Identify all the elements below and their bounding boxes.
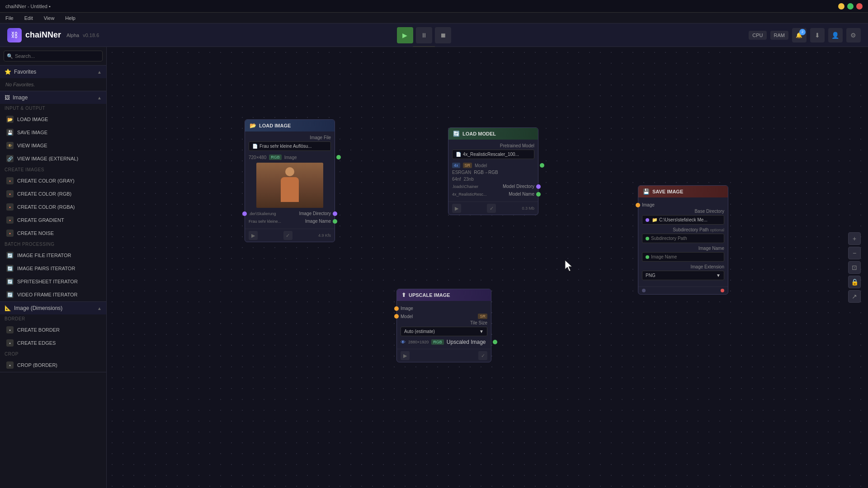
image-name-input[interactable]	[651, 254, 721, 259]
image-file-field: Image File 📄 Frau sehr kleine Auflösu...	[249, 135, 331, 151]
image-section-header[interactable]: 🖼 Image ▲	[0, 91, 106, 104]
sidebar-item-load-image[interactable]: 📂 LOAD IMAGE	[2, 113, 104, 126]
sidebar-item-spritesheet-iterator[interactable]: 🔄 SPRITESHEET ITERATOR	[2, 275, 104, 288]
dropdown-chevron: ▼	[479, 329, 484, 334]
arch-row: ESRGAN RGB→RGB	[452, 169, 534, 176]
canvas-area[interactable]: 📂 LOAD IMAGE Image File 📄 Frau sehr klei…	[107, 47, 868, 488]
sidebar-item-create-gradient[interactable]: ▪ CREATE GRADIENT	[2, 214, 104, 226]
tile-size-label: Tile Size	[401, 320, 487, 325]
sidebar-item-create-color-gray[interactable]: ▪ CREATE COLOR (GRAY)	[2, 174, 104, 187]
save-footer-port-left	[642, 289, 646, 292]
run-stop-button[interactable]: ⏹	[435, 27, 451, 43]
video-frame-iterator-icon: 🔄	[6, 291, 14, 298]
image-dimensions-collapse: ▲	[97, 306, 102, 311]
sidebar-item-create-color-rgb[interactable]: ▪ CREATE COLOR (RGB)	[2, 188, 104, 200]
base-dir-label: Base Directory	[642, 209, 724, 214]
search-input[interactable]	[4, 51, 103, 61]
save-input-label: Image	[642, 202, 655, 207]
person-image	[256, 163, 323, 208]
window-title: chaiNNer - Untitled •	[5, 4, 51, 9]
image-file-text: Frau sehr kleine Auflösu...	[259, 144, 312, 149]
base-dir-value[interactable]: 📁 C:\Users\stefa\eck Me...	[642, 215, 724, 225]
sidebar-item-image-file-iterator[interactable]: 🔄 IMAGE FILE ITERATOR	[2, 249, 104, 262]
model-name-row: 4x_RealisticResc... Model Name	[452, 190, 534, 198]
sidebar-item-video-frame-iterator[interactable]: 🔄 VIDEO FRAME ITERATOR	[2, 288, 104, 301]
notifications-button[interactable]: 🔔 2	[792, 28, 807, 42]
sidebar-item-create-border[interactable]: ▪ CREATE BORDER	[2, 324, 104, 336]
sidebar-item-image-pairs-iterator[interactable]: 🔄 IMAGE PAIRS ITERATOR	[2, 262, 104, 275]
tile-size-dropdown[interactable]: Auto (estimate) ▼	[401, 327, 487, 336]
image-output-label: Image	[284, 155, 297, 160]
save-node-body: Image Base Directory 📁 C:\Users\stefa\ec…	[638, 197, 728, 286]
create-color-rgba-label: CREATE COLOR (RGBA)	[17, 204, 75, 210]
directory-label: Image Directory	[299, 211, 331, 216]
create-noise-icon: ▪	[6, 230, 14, 237]
video-frame-iterator-label: VIDEO FRAME ITERATOR	[17, 292, 77, 297]
sidebar-item-create-edges[interactable]: ▪ CREATE EDGES	[2, 337, 104, 349]
zoom-out-button[interactable]: −	[848, 247, 861, 259]
model-play-btn[interactable]: ▶	[452, 204, 461, 213]
check-footer-btn[interactable]: ✓	[283, 231, 292, 240]
eye-icon[interactable]: 👁	[401, 339, 406, 345]
main-layout: 🔍 ⭐ Favorites ▲ No Favorites. 🖼 Image	[0, 47, 868, 488]
image-info-row: 720×480 RGB Image	[249, 154, 331, 161]
load-image-node-title: LOAD IMAGE	[259, 123, 291, 128]
account-button[interactable]: 👤	[828, 28, 843, 42]
export-button[interactable]: ↗	[848, 290, 861, 303]
view-image-icon: 👁	[6, 142, 14, 149]
sidebar-item-crop-border[interactable]: ▪ CROP (BORDER)	[2, 359, 104, 371]
load-image-node-body: Image File 📄 Frau sehr kleine Auflösu...…	[245, 131, 335, 229]
menu-file[interactable]: File	[4, 14, 15, 22]
create-noise-label: CREATE NOISE	[17, 230, 54, 236]
download-button[interactable]: ⬇	[810, 28, 825, 42]
favorites-header[interactable]: ⭐ Favorites ▲	[0, 66, 106, 78]
extension-dropdown[interactable]: PNG ▼	[642, 271, 724, 280]
model-check-btn[interactable]: ✓	[487, 204, 496, 213]
subdir-optional: optional	[710, 228, 724, 232]
pretrained-value[interactable]: 📄 4x_RealisticRescaler_100...	[452, 150, 534, 159]
minimize-button[interactable]	[838, 3, 844, 9]
subdir-input[interactable]	[651, 236, 721, 241]
image-dimensions-label: Image (Dimensions)	[14, 305, 62, 311]
run-pause-button[interactable]: ⏸	[416, 27, 432, 43]
load-model-node-body: Pretrained Model 📄 4x_RealisticRescaler_…	[448, 140, 538, 202]
close-button[interactable]	[856, 3, 863, 9]
lock-button[interactable]: 🔒	[848, 276, 861, 288]
upscale-check-btn[interactable]: ✓	[478, 351, 487, 360]
crop-border-icon: ▪	[6, 361, 14, 369]
sidebar-item-save-image[interactable]: 💾 SAVE IMAGE	[2, 126, 104, 139]
upscale-image-input: Image	[401, 305, 487, 312]
model-dir-port	[536, 184, 541, 189]
create-border-label: CREATE BORDER	[17, 327, 60, 333]
fit-button[interactable]: ⊡	[848, 261, 861, 274]
sidebar-item-create-noise[interactable]: ▪ CREATE NOISE	[2, 227, 104, 239]
sidebar-item-view-image[interactable]: 👁 VIEW IMAGE	[2, 139, 104, 152]
params-row: 64nf 23nb	[452, 176, 534, 183]
image-name-field-value	[642, 252, 724, 262]
menu-view[interactable]: View	[42, 14, 57, 22]
zoom-in-button[interactable]: +	[848, 232, 861, 245]
no-favorites-message: No Favorites.	[0, 78, 106, 91]
menu-help[interactable]: Help	[63, 14, 77, 22]
image-dimensions-header[interactable]: 📐 Image (Dimensions) ▲	[0, 302, 106, 314]
search-area: 🔍	[0, 47, 106, 66]
sidebar-item-create-color-rgba[interactable]: ▪ CREATE COLOR (RGBA)	[2, 201, 104, 213]
pretrained-label: Pretrained Model	[452, 143, 534, 148]
settings-button[interactable]: ⚙	[846, 28, 861, 42]
window-controls[interactable]	[838, 3, 863, 9]
crop-label: CROP	[0, 350, 106, 358]
upscaled-output-label: Upscaled Image	[447, 339, 486, 345]
run-play-button[interactable]: ▶	[397, 27, 413, 43]
create-color-rgb-icon: ▪	[6, 190, 14, 197]
menu-edit[interactable]: Edit	[23, 14, 35, 22]
model-directory-row: .loads\Chainer Model Directory	[452, 183, 534, 190]
upscale-sr-tag: SR	[478, 314, 487, 319]
sidebar-item-view-image-external[interactable]: 🔗 VIEW IMAGE (EXTERNAL)	[2, 152, 104, 165]
maximize-button[interactable]	[847, 3, 854, 9]
image-file-value[interactable]: 📄 Frau sehr kleine Auflösu...	[249, 141, 331, 151]
upscale-play-btn[interactable]: ▶	[401, 351, 410, 360]
view-image-external-icon: 🔗	[6, 155, 14, 162]
play-footer-btn[interactable]: ▶	[249, 231, 258, 240]
image-pairs-iterator-label: IMAGE PAIRS ITERATOR	[17, 266, 75, 271]
create-color-gray-label: CREATE COLOR (GRAY)	[17, 178, 75, 183]
